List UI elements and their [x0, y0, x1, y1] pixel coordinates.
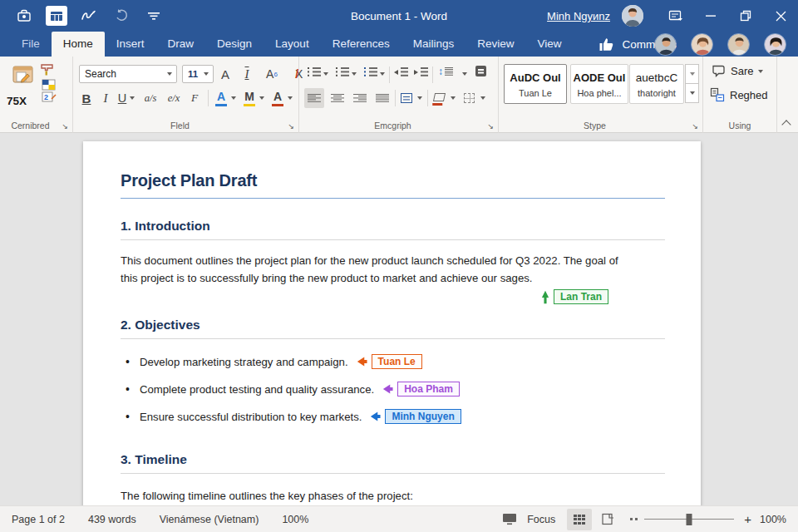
subscript-button[interactable]: e/x	[163, 89, 185, 107]
zoom-badge[interactable]: 75X	[7, 95, 27, 107]
text-effects-button[interactable]: A	[213, 88, 229, 108]
collaborator-avatar-1[interactable]	[654, 33, 677, 56]
tab-layout[interactable]: Layout	[264, 32, 321, 57]
reviewer-tag-minh-nguyen[interactable]: Minh Nguyen	[369, 409, 461, 424]
close-button[interactable]	[763, 0, 798, 32]
numbered-list-icon[interactable]	[336, 67, 349, 76]
multilevel-list-icon[interactable]	[364, 67, 377, 76]
font-name-combo[interactable]	[79, 65, 177, 83]
zoom-in-button[interactable]: +	[744, 512, 751, 526]
pen-icon[interactable]	[78, 6, 100, 26]
language-indicator[interactable]: Vienámese (Vietnam)	[148, 514, 271, 525]
increase-indent-icon[interactable]	[414, 67, 428, 76]
align-center-button[interactable]	[328, 88, 347, 108]
font-size-combo[interactable]: 11	[182, 65, 214, 83]
tab-review[interactable]: Review	[466, 32, 525, 57]
line-numbers-icon[interactable]	[401, 93, 412, 103]
zoom-slider[interactable]	[644, 519, 734, 520]
minimize-button[interactable]	[693, 0, 728, 32]
shading-icon[interactable]	[434, 93, 445, 101]
zoom-out-icon[interactable]	[630, 518, 638, 520]
paragraph-dialog-launcher[interactable]: ↘	[487, 122, 494, 131]
tab-mailings[interactable]: Mailings	[401, 32, 466, 57]
restore-button[interactable]	[728, 0, 763, 32]
tab-view[interactable]: View	[525, 32, 573, 57]
app-icon[interactable]	[13, 6, 35, 26]
show-formatting-marks-icon[interactable]	[475, 66, 486, 76]
tab-design[interactable]: Design	[205, 32, 264, 57]
justify-button[interactable]	[372, 88, 392, 108]
line-spacing-chevron[interactable]	[462, 72, 467, 76]
shrink-font-button[interactable]: I	[238, 65, 256, 83]
tab-insert[interactable]: Insert	[105, 32, 156, 57]
underline-menu-chevron[interactable]	[130, 96, 135, 100]
font-color-chevron[interactable]	[288, 96, 293, 100]
decrease-indent-icon[interactable]	[394, 67, 408, 76]
account-avatar[interactable]	[622, 5, 643, 27]
collaborator-avatar-2[interactable]	[691, 33, 713, 56]
style-card-2[interactable]: AODE Oul Hoa phel...	[570, 64, 628, 104]
numbered-list-chevron[interactable]	[352, 72, 357, 76]
styles-scroll-more[interactable]	[685, 83, 699, 103]
styles-dialog-launcher[interactable]: ↘	[692, 122, 698, 131]
tab-home[interactable]: Home	[52, 32, 105, 57]
superscript-button[interactable]: F	[186, 89, 203, 107]
grow-font-button[interactable]: A	[216, 65, 234, 83]
line-numbers-chevron[interactable]	[417, 96, 422, 100]
bullet-list-icon[interactable]	[308, 67, 321, 76]
font-name-input[interactable]	[80, 68, 167, 80]
reghed-button[interactable]: Reghed	[710, 87, 768, 102]
style-card-3[interactable]: auetbcC thatoright	[629, 64, 684, 104]
align-right-button[interactable]	[350, 88, 370, 108]
collaborator-avatar-3[interactable]	[727, 33, 750, 56]
ribbon-display-options-icon[interactable]	[658, 0, 693, 32]
underline-button[interactable]: U	[115, 89, 130, 107]
format-painter-icon[interactable]	[40, 63, 57, 76]
reviewer-tag-tuan-le[interactable]: Tuan Le	[356, 354, 422, 369]
word-count[interactable]: 439 words	[76, 514, 148, 525]
tab-file[interactable]: File	[10, 32, 52, 57]
align-left-button[interactable]	[304, 88, 324, 108]
tab-draw[interactable]: Draw	[156, 32, 206, 57]
document-page[interactable]: Project Plan Draft 1. Introduction This …	[83, 141, 701, 505]
font-color-button[interactable]: A	[269, 88, 286, 108]
italic-button[interactable]: I	[98, 89, 113, 107]
filter-icon[interactable]	[143, 6, 165, 26]
text-effects-chevron[interactable]	[231, 96, 236, 100]
account-name[interactable]: Minh Ngyиnz	[547, 10, 610, 22]
autosave-toggle-icon[interactable]	[46, 6, 67, 26]
web-layout-view-button[interactable]	[595, 509, 620, 530]
style-card-1[interactable]: AuDC Oul Tuan Le	[504, 64, 567, 104]
highlight-chevron[interactable]	[259, 96, 264, 100]
reviewer-tag-lan-tran[interactable]: Lan Tran	[541, 289, 608, 304]
highlight-color-button[interactable]: M	[241, 88, 258, 108]
collapse-ribbon-chevron[interactable]	[783, 119, 791, 126]
styles-scroll-up[interactable]	[685, 64, 699, 84]
borders-chevron[interactable]	[480, 96, 485, 100]
paste-button[interactable]	[12, 64, 35, 87]
font-dialog-launcher[interactable]: ↘	[288, 122, 294, 131]
line-spacing-icon[interactable]: ↕	[438, 66, 453, 77]
clipboard-dialog-launcher[interactable]: ↘	[62, 122, 68, 131]
reviewer-tag-hoa-pham[interactable]: Hoa Pham	[382, 382, 460, 397]
zoom-slider-handle[interactable]	[687, 514, 692, 525]
change-case-button[interactable]: A6	[261, 65, 283, 83]
collaborator-avatar-4[interactable]	[764, 33, 786, 56]
multilevel-list-chevron[interactable]	[380, 72, 385, 76]
undo-icon[interactable]	[111, 6, 132, 26]
zoom-percentage[interactable]: 100%	[755, 514, 798, 525]
print-layout-view-button[interactable]	[567, 509, 592, 530]
borders-icon[interactable]	[464, 93, 475, 103]
share-button[interactable]: Sare	[712, 65, 763, 77]
tab-references[interactable]: References	[321, 32, 401, 57]
reading-view-icon[interactable]	[497, 509, 522, 530]
status-zoom-left[interactable]: 100%	[270, 514, 320, 525]
page-indicator[interactable]: Page 1 of 2	[0, 514, 76, 525]
clipboard-doc2-icon[interactable]: 2	[42, 91, 57, 102]
strikethrough-button[interactable]: a/s	[140, 89, 161, 107]
focus-toggle[interactable]: Focus	[524, 514, 565, 525]
bullet-list-chevron[interactable]	[323, 72, 328, 76]
shading-chevron[interactable]	[451, 96, 456, 100]
clipboard-grid-icon[interactable]	[42, 79, 56, 91]
bold-button[interactable]: B	[78, 89, 95, 107]
